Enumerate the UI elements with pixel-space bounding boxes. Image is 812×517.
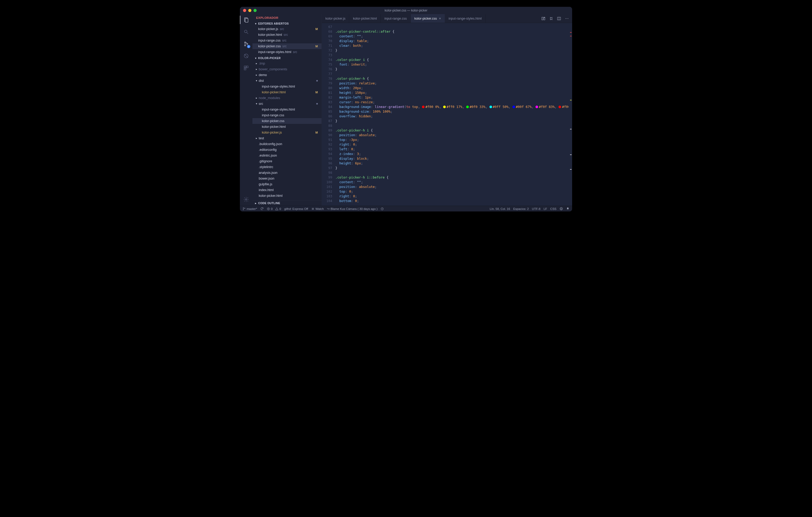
folder-row[interactable]: ▸test	[253, 135, 321, 141]
file-item[interactable]: kolor-picker.html	[253, 124, 321, 130]
folder-row[interactable]: ▸node_modules	[253, 95, 321, 101]
clock-icon[interactable]	[381, 207, 384, 210]
file-item[interactable]: input-range.css	[253, 112, 321, 118]
file-item[interactable]: kolor-picker.htmlM	[253, 89, 321, 95]
split-editor-icon[interactable]	[557, 17, 561, 21]
file-item[interactable]: .stylelintrc	[253, 164, 321, 170]
editor-tab[interactable]: kolor-picker.html	[349, 14, 381, 23]
code-line	[336, 71, 569, 76]
cursor-position[interactable]: Lín. 58, Col. 16	[490, 207, 510, 210]
git-blame[interactable]: ↪ Blame Kus Cámara ( 30 days ago )	[327, 207, 378, 211]
editor-tab[interactable]: input-range.css	[381, 14, 410, 23]
open-editor-item[interactable]: kolor-picker.html src	[253, 32, 321, 38]
code-line: overflow: hidden;	[336, 114, 569, 119]
file-item[interactable]: .buildconfig.json	[253, 141, 321, 147]
code-line: position: absolute;	[336, 133, 569, 138]
debug-icon[interactable]	[242, 52, 250, 60]
code-outline-header[interactable]: ▸ CODE OUTLINE	[253, 200, 321, 206]
file-item[interactable]: .editorconfig	[253, 147, 321, 153]
file-item[interactable]: kolor-picker.css	[253, 118, 321, 124]
compare-changes-icon[interactable]	[541, 17, 545, 21]
eol[interactable]: LF	[544, 207, 547, 210]
overview-ruler[interactable]	[569, 23, 572, 206]
editor-tab[interactable]: kolor-picker.css×	[411, 14, 445, 23]
project-header[interactable]: ▾ KOLOR-PICKER	[253, 55, 321, 61]
watch-status[interactable]: Watch	[311, 207, 324, 210]
code-line	[336, 25, 569, 29]
code-line: clear: both;	[336, 43, 569, 48]
feedback-smiley-icon[interactable]	[559, 207, 563, 210]
code-line: left: 0;	[336, 147, 569, 152]
svg-rect-1	[245, 19, 248, 23]
open-editor-item[interactable]: kolor-picker.css srcM	[253, 43, 321, 49]
file-item[interactable]: .eslintrc.json	[253, 153, 321, 158]
githd-status[interactable]: githd: Express Off	[284, 207, 308, 210]
open-editor-item[interactable]: input-range.css src	[253, 38, 321, 43]
folder-row[interactable]: ▸.tmp	[253, 61, 321, 66]
editor-tab[interactable]: kolor-picker.js	[322, 14, 349, 23]
code-line: .color-picker-h i::before {	[336, 175, 569, 180]
code-line: }	[336, 48, 569, 53]
git-branch[interactable]: master*	[242, 207, 257, 210]
chevron-down-icon: ▾	[255, 101, 258, 106]
modified-dot	[316, 103, 318, 104]
code-content[interactable]: .color-picker-control::after { content: …	[334, 23, 569, 206]
code-line: position: absolute;	[336, 185, 569, 189]
code-line: height: 150px;	[336, 90, 569, 95]
file-tree: ▸.tmp▸bower_components▸demo▾distinput-ra…	[253, 61, 321, 200]
explorer-sidebar: EXPLORADOR ▾ EDITORES ABIERTOS kolor-pic…	[253, 14, 322, 206]
line-number-gutter: 6768697071727374757677787980818283848586…	[322, 23, 334, 206]
sync-icon[interactable]	[260, 207, 264, 210]
notifications-bell-icon[interactable]	[566, 207, 570, 210]
open-editor-item[interactable]: kolor-picker.js srcM	[253, 26, 321, 32]
code-line: cursor: ns-resize;	[336, 100, 569, 104]
file-item[interactable]: input-range-styles.html	[253, 107, 321, 112]
explorer-icon[interactable]	[242, 16, 250, 24]
file-item[interactable]: index.html	[253, 187, 321, 193]
chevron-right-icon: ▸	[255, 96, 258, 100]
svg-point-4	[244, 42, 245, 43]
file-item[interactable]: .gitignore	[253, 158, 321, 164]
more-actions-icon[interactable]	[565, 17, 569, 21]
editor-tab[interactable]: input-range-styles.html	[445, 14, 486, 23]
sidebar-title: EXPLORADOR	[253, 14, 321, 21]
file-item[interactable]: input-range-styles.html	[253, 84, 321, 89]
svg-point-6	[247, 43, 248, 44]
folder-row[interactable]: ▾src	[253, 101, 321, 107]
code-line: margin-left: 1px;	[336, 95, 569, 100]
code-line: top: -3px;	[336, 138, 569, 142]
svg-point-22	[243, 209, 243, 210]
code-line	[336, 123, 569, 128]
chevron-right-icon: ▸	[255, 67, 258, 71]
svg-point-21	[243, 208, 243, 208]
language-mode[interactable]: CSS	[550, 207, 556, 210]
chevron-right-icon: ▸	[255, 61, 258, 66]
file-item[interactable]: gulpfile.js	[253, 181, 321, 187]
folder-row[interactable]: ▾dist	[253, 78, 321, 84]
file-item[interactable]: kolor-picker.jsM	[253, 130, 321, 135]
extensions-icon[interactable]	[242, 64, 250, 71]
code-line: .color-picker i {	[336, 58, 569, 62]
file-item[interactable]: bower.json	[253, 176, 321, 181]
code-line: font: inherit;	[336, 62, 569, 67]
file-item[interactable]: kolor-picker.html	[253, 193, 321, 199]
modified-indicator: M	[316, 44, 318, 49]
open-editors-header[interactable]: ▾ EDITORES ABIERTOS	[253, 21, 321, 26]
code-line: right: 0;	[336, 194, 569, 199]
folder-row[interactable]: ▸demo	[253, 72, 321, 78]
close-icon[interactable]: ×	[439, 17, 441, 20]
open-editor-item[interactable]: input-range-styles.html src	[253, 49, 321, 55]
source-control-icon[interactable]: 3	[242, 40, 250, 48]
indentation[interactable]: Espacios: 2	[513, 207, 529, 210]
folder-row[interactable]: ▸bower_components	[253, 66, 321, 72]
open-changes-icon[interactable]	[549, 17, 553, 21]
settings-gear-icon[interactable]	[242, 196, 250, 203]
status-bar: master* 0 0 githd: Express Off Watch ↪ B…	[240, 206, 572, 211]
file-item[interactable]: analysis.json	[253, 170, 321, 176]
search-icon[interactable]	[242, 28, 250, 35]
vscode-window: kolor-picker.css — kolor-picker 3	[240, 7, 572, 211]
editor-area: kolor-picker.jskolor-picker.htmlinput-ra…	[322, 14, 572, 206]
encoding[interactable]: UTF-8	[532, 207, 541, 210]
code-editor[interactable]: 6768697071727374757677787980818283848586…	[322, 23, 572, 206]
problems[interactable]: 0 0	[267, 207, 281, 210]
